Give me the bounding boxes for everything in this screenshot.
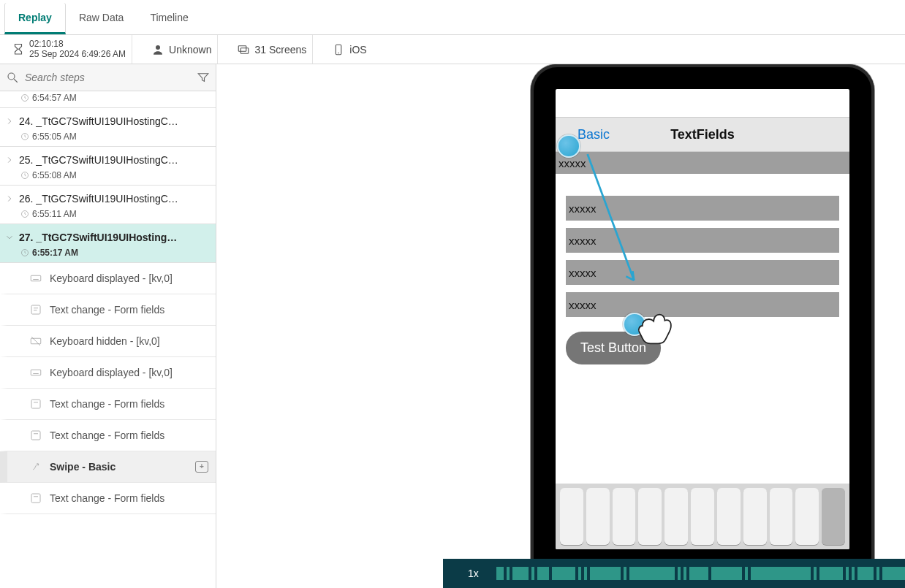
text-icon — [29, 429, 42, 442]
substep-text-change[interactable]: Text change - Form fields — [0, 389, 216, 420]
step-time: 6:55:08 AM — [32, 170, 77, 180]
text-field-1[interactable]: xxxxx — [566, 196, 839, 221]
keyboard-off-icon — [29, 335, 42, 348]
timeline-scrubber[interactable] — [496, 567, 905, 580]
steps-panel: 6:54:57 AM 24. _TtGC7SwiftUI19UIHostingC… — [0, 64, 216, 588]
keyboard-icon — [29, 272, 42, 285]
preview-area: TextFields Basic xxxxx xxxxx xxxxx xxxxx… — [216, 64, 905, 588]
key — [770, 488, 793, 545]
tab-rawdata[interactable]: Raw Data — [66, 3, 137, 34]
chevron-right-icon — [4, 155, 15, 165]
substep-label: Keyboard hidden - [kv,0] — [50, 335, 160, 347]
step-group-24[interactable]: 24. _TtGC7SwiftUI19UIHostingCo... 6:55:0… — [0, 108, 216, 147]
key-delete — [822, 488, 845, 545]
svg-rect-2 — [241, 47, 249, 53]
chevron-down-icon — [4, 232, 15, 243]
substep-text-change[interactable]: Text change - Form fields — [0, 420, 216, 451]
steps-list[interactable]: 6:54:57 AM 24. _TtGC7SwiftUI19UIHostingC… — [0, 91, 216, 588]
text-field-2[interactable]: xxxxx — [566, 228, 839, 253]
step-group-27[interactable]: 27. _TtGC7SwiftUI19UIHostingCo... 6:55:1… — [0, 224, 216, 263]
info-bar: 02:10:18 25 Sep 2024 6:49:26 AM Unknown … — [0, 35, 905, 64]
substep-label: Text change - Form fields — [50, 398, 164, 410]
info-user: Unknown — [169, 44, 211, 56]
swipe-icon — [29, 460, 42, 473]
step-time: 6:55:17 AM — [32, 248, 78, 258]
svg-rect-1 — [239, 45, 247, 51]
info-duration-group: 02:10:18 25 Sep 2024 6:49:26 AM — [6, 35, 132, 64]
key — [586, 488, 610, 545]
svg-rect-28 — [31, 494, 40, 503]
svg-point-4 — [338, 52, 340, 53]
hand-pointer-icon — [635, 305, 687, 346]
substep-label: Swipe - Basic — [50, 461, 116, 473]
touch-start-indicator — [557, 134, 580, 158]
step-title: 26. _TtGC7SwiftUI19UIHostingCo... — [19, 193, 180, 205]
svg-point-5 — [8, 73, 15, 80]
clock-icon — [20, 132, 29, 141]
substep-swipe[interactable]: Swipe - Basic — [0, 451, 216, 483]
step-group-23[interactable]: 6:54:57 AM — [0, 93, 216, 108]
virtual-keyboard — [556, 484, 849, 549]
key — [743, 488, 767, 545]
text-field-4[interactable]: xxxxx — [566, 292, 839, 317]
chevron-right-icon — [4, 116, 15, 126]
svg-rect-12 — [31, 275, 41, 281]
text-field-3[interactable]: xxxxx — [566, 260, 839, 285]
svg-rect-22 — [31, 370, 41, 375]
key — [613, 488, 636, 545]
info-screens: 31 Screens — [254, 44, 306, 56]
step-time: 6:55:11 AM — [32, 209, 77, 219]
step-title: 24. _TtGC7SwiftUI19UIHostingCo... — [19, 115, 180, 127]
chevron-right-icon — [4, 194, 15, 204]
substep-keyboard-displayed[interactable]: Keyboard displayed - [kv,0] — [0, 357, 216, 389]
key — [795, 488, 819, 545]
text-icon — [29, 397, 42, 411]
substep-label: Text change - Form fields — [50, 429, 164, 441]
tab-timeline[interactable]: Timeline — [137, 3, 201, 34]
tab-replay[interactable]: Replay — [4, 3, 66, 34]
info-platform: iOS — [349, 44, 366, 56]
device-screen: TextFields Basic xxxxx xxxxx xxxxx xxxxx… — [556, 89, 849, 549]
status-bar — [556, 89, 849, 117]
filter-icon[interactable] — [197, 71, 210, 84]
info-duration: 02:10:18 — [29, 39, 126, 50]
device-frame: TextFields Basic xxxxx xxxxx xxxxx xxxxx… — [531, 64, 874, 576]
player-bar: 1x — [443, 559, 905, 588]
substep-label: Keyboard displayed - [kv,0] — [50, 367, 173, 378]
screen-title: TextFields — [556, 127, 849, 142]
substep-text-change[interactable]: Text change - Form fields — [0, 294, 216, 326]
info-platform-group: iOS — [326, 35, 372, 64]
search-input[interactable] — [23, 67, 192, 88]
step-group-26[interactable]: 26. _TtGC7SwiftUI19UIHostingCo... 6:55:1… — [0, 186, 216, 224]
key — [691, 488, 714, 545]
key — [664, 488, 688, 545]
top-text-field[interactable]: xxxxx — [556, 152, 849, 174]
person-icon — [151, 43, 164, 56]
search-icon — [6, 71, 19, 84]
substep-label: Keyboard displayed - [kv,0] — [50, 272, 173, 284]
svg-rect-17 — [31, 305, 40, 314]
substep-text-change[interactable]: Text change - Form fields — [0, 483, 216, 514]
key — [638, 488, 662, 545]
hourglass-icon — [12, 43, 25, 56]
screen-nav-bar: TextFields Basic — [556, 117, 849, 152]
svg-rect-26 — [31, 431, 40, 440]
clock-icon — [20, 248, 29, 257]
substep-label: Text change - Form fields — [50, 304, 164, 316]
clock-icon — [20, 171, 29, 180]
step-time: 6:54:57 AM — [32, 93, 77, 103]
step-title: 25. _TtGC7SwiftUI19UIHostingCo... — [19, 154, 180, 166]
svg-point-0 — [156, 45, 160, 50]
text-icon — [29, 492, 42, 505]
substep-keyboard-displayed[interactable]: Keyboard displayed - [kv,0] — [0, 263, 216, 294]
search-row — [0, 64, 216, 91]
add-badge-icon[interactable] — [195, 461, 208, 473]
substep-keyboard-hidden[interactable]: Keyboard hidden - [kv,0] — [0, 326, 216, 357]
step-title: 27. _TtGC7SwiftUI19UIHostingCo... — [19, 232, 180, 243]
info-screens-group: 31 Screens — [231, 35, 313, 64]
playback-speed[interactable]: 1x — [468, 568, 479, 579]
clock-icon — [20, 93, 29, 102]
step-group-25[interactable]: 25. _TtGC7SwiftUI19UIHostingCo... 6:55:0… — [0, 147, 216, 186]
text-icon — [29, 303, 42, 316]
substep-label: Text change - Form fields — [50, 492, 164, 504]
